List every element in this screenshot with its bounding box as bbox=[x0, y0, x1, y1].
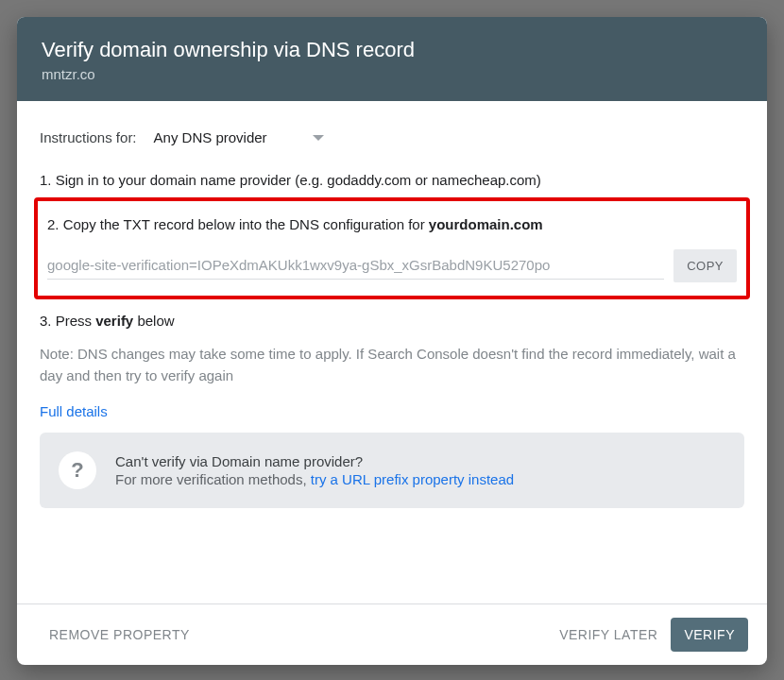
verify-later-button[interactable]: VERIFY LATER bbox=[546, 618, 671, 652]
step-3: 3. Press verify below bbox=[40, 313, 744, 329]
txt-record-value[interactable]: google-site-verification=IOPeXdmAKUkk1wx… bbox=[47, 253, 664, 280]
dns-note: Note: DNS changes may take some time to … bbox=[40, 344, 744, 386]
alt-title: Can't verify via Domain name provider? bbox=[115, 453, 514, 469]
step-3-suffix: below bbox=[133, 313, 174, 329]
step-2: 2. Copy the TXT record below into the DN… bbox=[47, 216, 737, 232]
dialog-content: Instructions for: Any DNS provider 1. Si… bbox=[17, 101, 767, 604]
step-2-domain: yourdomain.com bbox=[429, 216, 543, 232]
step-1: 1. Sign in to your domain name provider … bbox=[40, 172, 744, 188]
alt-text: Can't verify via Domain name provider? F… bbox=[115, 453, 514, 487]
full-details-link[interactable]: Full details bbox=[40, 403, 744, 419]
step-3-bold: verify bbox=[95, 313, 133, 329]
dialog-title: Verify domain ownership via DNS record bbox=[42, 38, 742, 62]
alt-sub-prefix: For more verification methods, bbox=[115, 471, 311, 487]
dialog-subtitle-domain: mntzr.co bbox=[42, 66, 742, 82]
url-prefix-link[interactable]: try a URL prefix property instead bbox=[311, 471, 514, 487]
question-icon: ? bbox=[59, 451, 96, 489]
instructions-row: Instructions for: Any DNS provider bbox=[40, 129, 744, 145]
instructions-label: Instructions for: bbox=[40, 129, 137, 145]
dialog-footer: REMOVE PROPERTY VERIFY LATER VERIFY bbox=[17, 604, 767, 665]
verify-domain-dialog: Verify domain ownership via DNS record m… bbox=[17, 17, 767, 665]
step-3-prefix: 3. Press bbox=[40, 313, 95, 329]
alt-verify-box: ? Can't verify via Domain name provider?… bbox=[40, 433, 744, 508]
step-2-text: 2. Copy the TXT record below into the DN… bbox=[47, 216, 429, 232]
txt-record-highlight: 2. Copy the TXT record below into the DN… bbox=[34, 197, 750, 299]
dropdown-triangle-icon bbox=[313, 135, 324, 141]
dialog-header: Verify domain ownership via DNS record m… bbox=[17, 17, 767, 101]
txt-record-row: google-site-verification=IOPeXdmAKUkk1wx… bbox=[47, 249, 737, 282]
remove-property-button[interactable]: REMOVE PROPERTY bbox=[36, 618, 203, 652]
alt-subtitle: For more verification methods, try a URL… bbox=[115, 471, 514, 487]
copy-button[interactable]: COPY bbox=[673, 249, 737, 282]
dns-provider-select[interactable]: Any DNS provider bbox=[154, 129, 324, 145]
verify-button[interactable]: VERIFY bbox=[671, 618, 748, 652]
dns-provider-selected: Any DNS provider bbox=[154, 129, 267, 145]
